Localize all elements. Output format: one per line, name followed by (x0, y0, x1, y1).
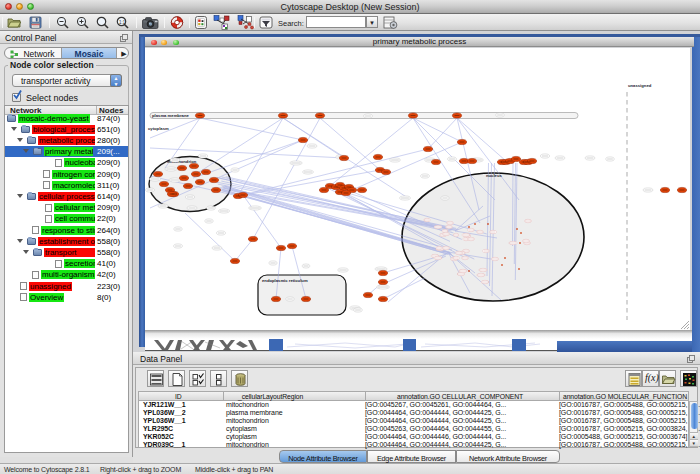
svg-text:endoplasmic reticulum: endoplasmic reticulum (262, 278, 308, 283)
svg-text:nucleus: nucleus (486, 173, 502, 178)
svg-text:cytoplasm: cytoplasm (148, 126, 169, 131)
svg-text:1:1: 1:1 (119, 20, 126, 25)
svg-text:unassigned: unassigned (628, 83, 652, 88)
svg-text:plasma membrane: plasma membrane (152, 113, 189, 118)
